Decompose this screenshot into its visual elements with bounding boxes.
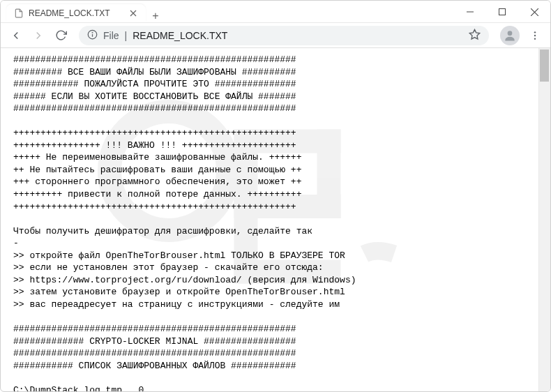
url-scheme: File <box>103 30 119 41</box>
svg-point-8 <box>92 32 93 33</box>
close-tab-button[interactable] <box>128 8 139 19</box>
close-window-button[interactable] <box>518 1 550 23</box>
svg-point-12 <box>534 34 536 36</box>
browser-tab[interactable]: README_LOCK.TXT <box>6 4 146 22</box>
tab-title: README_LOCK.TXT <box>29 8 123 18</box>
address-bar[interactable]: File | README_LOCK.TXT <box>79 26 489 45</box>
document-body: ########################################… <box>1 48 550 391</box>
file-icon <box>13 8 24 19</box>
minimize-button[interactable] <box>454 1 486 23</box>
window-controls <box>454 1 550 22</box>
url-path: README_LOCK.TXT <box>133 30 227 41</box>
url-separator: | <box>125 30 128 41</box>
back-button[interactable] <box>6 26 26 45</box>
svg-point-10 <box>508 31 513 36</box>
scrollbar[interactable] <box>538 48 550 391</box>
bookmark-icon[interactable] <box>469 29 481 43</box>
svg-marker-9 <box>469 29 479 38</box>
reload-button[interactable] <box>51 26 70 45</box>
browser-toolbar: File | README_LOCK.TXT <box>1 23 550 48</box>
forward-button[interactable] <box>29 26 48 45</box>
info-icon[interactable] <box>87 29 98 42</box>
tab-strip: README_LOCK.TXT + <box>1 1 454 22</box>
menu-button[interactable] <box>525 26 545 45</box>
page-viewport: ########################################… <box>1 48 550 391</box>
scrollbar-thumb[interactable] <box>540 50 549 82</box>
new-tab-button[interactable]: + <box>146 10 165 22</box>
window-titlebar: README_LOCK.TXT + <box>1 1 550 23</box>
svg-point-11 <box>534 31 536 33</box>
svg-rect-3 <box>499 9 506 15</box>
svg-point-13 <box>534 38 536 39</box>
maximize-button[interactable] <box>486 1 518 23</box>
profile-avatar[interactable] <box>500 26 520 45</box>
